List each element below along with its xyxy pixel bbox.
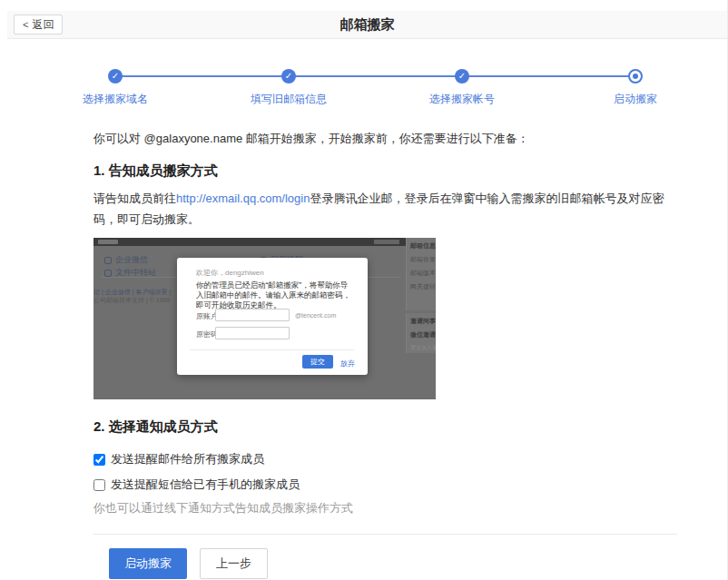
bg-nav-label: 企业微信 bbox=[115, 254, 148, 266]
checkbox-label: 发送提醒邮件给所有搬家成员 bbox=[111, 451, 264, 467]
checkbox-label: 发送提醒短信给已有手机的搬家成员 bbox=[111, 477, 300, 493]
exmail-login-link[interactable]: http://exmail.qq.com/login bbox=[176, 192, 310, 205]
panel-row: 发送加入邀请 bbox=[410, 344, 436, 352]
screenshot-topbar bbox=[93, 238, 436, 246]
step-check-icon: ✓ bbox=[281, 69, 296, 84]
panel-row: 邮箱容量： bbox=[410, 255, 436, 264]
section1-paragraph: 请告知成员前往http://exmail.qq.com/login登录腾讯企业邮… bbox=[93, 188, 679, 230]
step-check-icon: ✓ bbox=[455, 69, 469, 84]
section2-heading: 2. 选择通知成员方式 bbox=[93, 418, 218, 436]
dialog-body-text: 你的管理员已经启动“邮箱搬家”，将帮助你导入旧邮箱中的邮件。请输入原来的邮箱密码… bbox=[196, 280, 352, 310]
step-label: 选择搬家域名 bbox=[83, 92, 148, 107]
dialog-submit-button[interactable]: 提交 bbox=[302, 355, 333, 369]
offline-notice-text: 你也可以通过线下通知方式告知成员搬家操作方式 bbox=[93, 500, 353, 516]
paragraph-text-before-link: 请告知成员前往 bbox=[93, 192, 176, 205]
invite-colleagues-panel: 邀请同事 微信邀请 发送加入邀请 bbox=[406, 313, 436, 353]
notify-email-checkbox[interactable] bbox=[93, 454, 105, 466]
notify-sms-checkbox[interactable] bbox=[93, 479, 105, 491]
notify-email-checkbox-row[interactable]: 发送提醒邮件给所有搬家成员 bbox=[93, 451, 264, 467]
dialog-divider bbox=[190, 349, 355, 350]
footer-divider bbox=[93, 534, 677, 535]
panel-row: 微信邀请 bbox=[410, 330, 436, 339]
step-current-icon bbox=[628, 69, 643, 84]
step-label: 启动搬家 bbox=[614, 92, 657, 107]
topbar-text-smudge bbox=[98, 240, 118, 244]
dialog-abandon-link[interactable]: 放弃 bbox=[340, 359, 355, 369]
dialog-greeting: 欢迎你，dengzhiwen bbox=[196, 268, 264, 278]
migration-dialog: 欢迎你，dengzhiwen 你的管理员已经启动“邮箱搬家”，将帮助你导入旧邮箱… bbox=[177, 258, 368, 375]
chat-bubble-icon bbox=[104, 257, 112, 264]
step-check-icon: ✓ bbox=[108, 69, 123, 84]
footer-buttons: 启动搬家 上一步 bbox=[109, 548, 268, 579]
old-password-input[interactable] bbox=[215, 327, 290, 339]
document-icon bbox=[104, 270, 112, 277]
bg-nav-wechat: 企业微信 bbox=[104, 254, 148, 266]
previous-step-button[interactable]: 上一步 bbox=[200, 548, 268, 579]
step-old-mailbox-info: ✓ 填写旧邮箱信息 bbox=[251, 69, 327, 107]
header-bar: < 返回 邮箱搬家 bbox=[7, 11, 727, 39]
step-select-accounts: ✓ 选择搬家帐号 bbox=[429, 69, 495, 107]
stepper-connector-line bbox=[115, 75, 635, 77]
start-migration-button[interactable]: 启动搬家 bbox=[109, 548, 187, 579]
panel-title: 邮箱信息 bbox=[410, 241, 436, 251]
step-start-migration: 启动搬家 bbox=[614, 69, 657, 107]
page-title: 邮箱搬家 bbox=[7, 11, 727, 38]
instruction-screenshot: 企业微信 文件中转站 日历提醒 记 | 企业微信 | 客户端设置 | 公司邮箱技… bbox=[93, 238, 436, 399]
panel-row: 邮箱版本： bbox=[410, 269, 436, 278]
email-migration-page: < 返回 邮箱搬家 ✓ 选择搬家域名 ✓ 填写旧邮箱信息 ✓ 选择搬家帐号 启动… bbox=[0, 0, 728, 580]
notify-sms-checkbox-row[interactable]: 发送提醒短信给已有手机的搬家成员 bbox=[93, 477, 300, 493]
progress-stepper: ✓ 选择搬家域名 ✓ 填写旧邮箱信息 ✓ 选择搬家帐号 启动搬家 bbox=[93, 56, 676, 113]
step-label: 填写旧邮箱信息 bbox=[251, 92, 327, 107]
step-select-domain: ✓ 选择搬家域名 bbox=[83, 69, 148, 107]
topbar-text-smudge bbox=[374, 240, 399, 244]
step-label: 选择搬家帐号 bbox=[429, 92, 495, 107]
intro-text: 你可以对 @galaxyone.name 邮箱开始搬家，开始搬家前，你还需要进行… bbox=[93, 131, 679, 147]
panel-title: 邀请同事 bbox=[410, 317, 436, 326]
bg-copyright: 公司邮箱技术支持 | © 1998 bbox=[93, 296, 170, 305]
panel-row: 网关捷径： bbox=[410, 282, 436, 291]
old-account-input[interactable] bbox=[215, 309, 290, 321]
section1-heading: 1. 告知成员搬家方式 bbox=[93, 162, 218, 180]
account-domain-suffix: @tencent.com bbox=[295, 312, 336, 319]
mailbox-info-panel: 邮箱信息 邮箱容量： 邮箱版本： 网关捷径： bbox=[406, 238, 436, 310]
